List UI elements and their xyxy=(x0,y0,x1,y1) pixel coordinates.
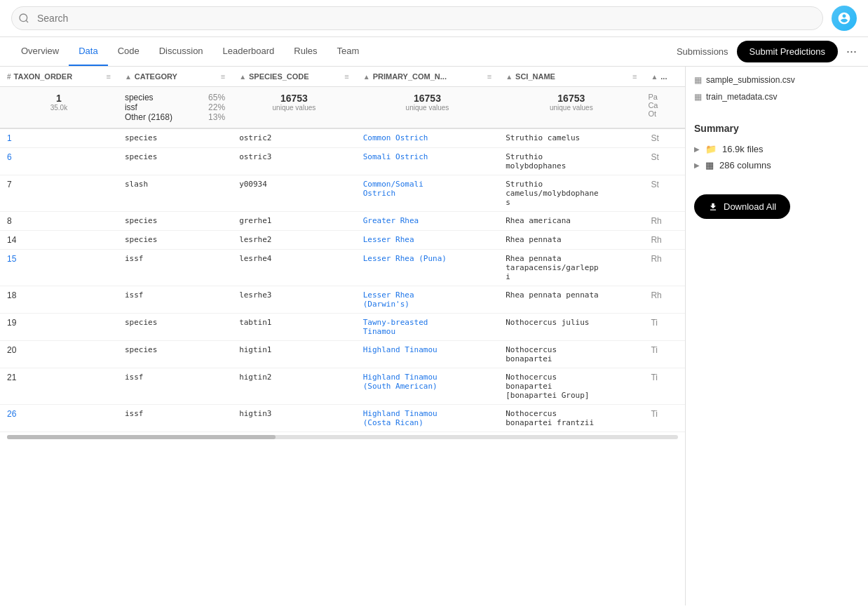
cell-category: issf xyxy=(118,405,232,432)
cell-taxon: 20 xyxy=(0,341,118,368)
cell-extra: Rh xyxy=(644,250,685,286)
cell-extra: St xyxy=(644,175,685,212)
cell-extra: Rh xyxy=(644,286,685,314)
table-row: 7 slash y00934 Common/Somali Ostrich Str… xyxy=(0,175,685,212)
cell-taxon: 14 xyxy=(0,231,118,250)
filter-icon-category[interactable]: ≡ xyxy=(221,72,225,81)
file-icon-2: ▦ xyxy=(694,92,702,102)
filter-icon-species[interactable]: ≡ xyxy=(344,72,348,81)
search-bar xyxy=(0,0,868,37)
summary-section: Summary ▶ 📁 16.9k files ▶ ▦ 286 columns xyxy=(694,123,860,173)
download-all-button[interactable]: Download All xyxy=(694,194,790,219)
cell-primary-com: Common/Somali Ostrich xyxy=(356,175,499,212)
cell-category: species xyxy=(118,231,232,250)
file-name-2: train_metadata.csv xyxy=(706,92,777,102)
tab-code[interactable]: Code xyxy=(108,37,149,66)
search-input[interactable] xyxy=(11,6,823,30)
cell-sci-name: Nothocercus bonapartei [bonapartei Group… xyxy=(499,368,644,405)
table-row: 19 species tabtin1 Tawny-breasted Tinamo… xyxy=(0,314,685,341)
search-icon xyxy=(18,13,29,24)
cell-sci-name: Struthio camelus xyxy=(499,128,644,148)
submit-predictions-button[interactable]: Submit Predictions xyxy=(737,41,838,62)
cell-category: species xyxy=(118,148,232,175)
svg-line-1 xyxy=(26,20,28,22)
submissions-link[interactable]: Submissions xyxy=(677,46,728,57)
cell-sci-name: Rhea pennata pennata xyxy=(499,286,644,314)
data-table-area: # TAXON_ORDER ≡ ▲ CATEGORY ≡ xyxy=(0,67,686,605)
tab-team[interactable]: Team xyxy=(327,37,369,66)
cell-primary-com: Tawny-breasted Tinamou xyxy=(356,314,499,341)
cell-species-code: higtin1 xyxy=(232,341,356,368)
cell-extra: Ti xyxy=(644,314,685,341)
cell-category: issf xyxy=(118,286,232,314)
stats-taxon: 1 35.0k xyxy=(0,87,118,129)
cell-species-code: y00934 xyxy=(232,175,356,212)
cell-category: species xyxy=(118,128,232,148)
filter-icon-primary[interactable]: ≡ xyxy=(487,72,491,81)
cell-primary-com: Somali Ostrich xyxy=(356,148,499,175)
tab-discussion[interactable]: Discussion xyxy=(149,37,213,66)
nav-right: Submissions Submit Predictions ··· xyxy=(677,41,857,62)
col-type-hash: # xyxy=(7,73,11,81)
tab-data[interactable]: Data xyxy=(69,37,107,66)
cell-species-code: tabtin1 xyxy=(232,314,356,341)
stats-extra: PaCaOt xyxy=(644,87,685,129)
table-row: 21 issf higtin2 Highland Tinamou (South … xyxy=(0,368,685,405)
filter-icon-sci[interactable]: ≡ xyxy=(632,72,637,81)
table-row: 18 issf lesrhe3 Lesser Rhea (Darwin's) R… xyxy=(0,286,685,314)
cell-primary-com: Lesser Rhea xyxy=(356,231,499,250)
nav-bar: Overview Data Code Discussion Leaderboar… xyxy=(0,37,868,67)
tab-leaderboard[interactable]: Leaderboard xyxy=(213,37,285,66)
cell-extra: St xyxy=(644,128,685,148)
stats-sci-name: 16753 unique values xyxy=(499,87,644,129)
cell-species-code: higtin2 xyxy=(232,368,356,405)
cell-taxon: 1 xyxy=(0,128,118,148)
cell-extra: St xyxy=(644,148,685,175)
cell-species-code: lesrhe3 xyxy=(232,286,356,314)
summary-files-label: 16.9k files xyxy=(722,144,764,154)
cell-taxon: 21 xyxy=(0,368,118,405)
summary-title: Summary xyxy=(694,123,860,134)
stats-category: species 65% issf 22% Other (2168) 13% xyxy=(118,87,232,129)
cell-taxon: 15 xyxy=(0,250,118,286)
cell-sci-name: Nothocercus bonapartei frantzii xyxy=(499,405,644,432)
file-item-2: ▦ train_metadata.csv xyxy=(694,92,860,102)
cell-taxon: 8 xyxy=(0,212,118,231)
cell-sci-name: Struthio camelus/molybdophane s xyxy=(499,175,644,212)
summary-arrow-columns: ▶ xyxy=(694,161,700,169)
cell-taxon: 18 xyxy=(0,286,118,314)
cell-extra: Rh xyxy=(644,212,685,231)
cell-species-code: ostric2 xyxy=(232,128,356,148)
stats-primary-com: 16753 unique values xyxy=(356,87,499,129)
filter-icon-taxon[interactable]: ≡ xyxy=(106,72,110,81)
cell-extra: Ti xyxy=(644,368,685,405)
file-item-1: ▦ sample_submission.csv xyxy=(694,75,860,85)
cell-sci-name: Nothocercus julius xyxy=(499,314,644,341)
cell-primary-com: Common Ostrich xyxy=(356,128,499,148)
table-row: 15 issf lesrhe4 Lesser Rhea (Puna) Rhea … xyxy=(0,250,685,286)
cell-species-code: lesrhe4 xyxy=(232,250,356,286)
table-row: 26 issf higtin3 Highland Tinamou (Costa … xyxy=(0,405,685,432)
col-taxon-order: # TAXON_ORDER ≡ xyxy=(0,67,118,87)
cell-sci-name: Rhea pennata xyxy=(499,231,644,250)
cell-primary-com: Highland Tinamou xyxy=(356,341,499,368)
cell-sci-name: Rhea americana xyxy=(499,212,644,231)
scroll-indicator xyxy=(7,435,678,439)
cell-sci-name: Nothocercus bonapartei xyxy=(499,341,644,368)
columns-icon: ▦ xyxy=(705,160,714,170)
more-button[interactable]: ··· xyxy=(846,44,857,59)
tab-overview[interactable]: Overview xyxy=(11,37,69,66)
folder-icon: 📁 xyxy=(705,144,717,154)
tab-rules[interactable]: Rules xyxy=(284,37,327,66)
right-panel: ▦ sample_submission.csv ▦ train_metadata… xyxy=(686,67,868,605)
cell-taxon: 7 xyxy=(0,175,118,212)
cell-category: issf xyxy=(118,250,232,286)
file-icon-1: ▦ xyxy=(694,75,702,85)
cell-primary-com: Greater Rhea xyxy=(356,212,499,231)
summary-columns-label: 286 columns xyxy=(719,160,771,170)
cell-primary-com: Lesser Rhea (Puna) xyxy=(356,250,499,286)
col-species-code: ▲ SPECIES_CODE ≡ xyxy=(232,67,356,87)
cell-category: species xyxy=(118,341,232,368)
table-row: 1 species ostric2 Common Ostrich Struthi… xyxy=(0,128,685,148)
col-category: ▲ CATEGORY ≡ xyxy=(118,67,232,87)
